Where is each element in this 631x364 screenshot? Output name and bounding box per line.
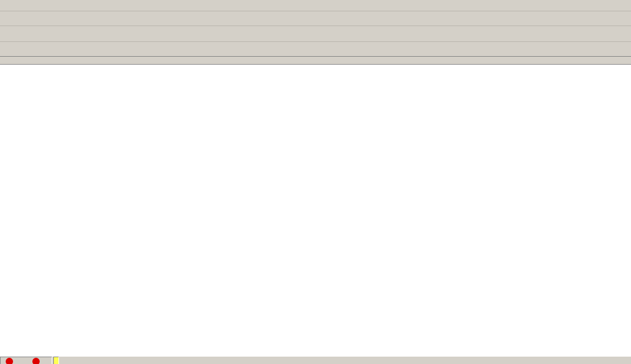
chart-area: [0, 65, 631, 356]
toolbar-drawing: [0, 42, 631, 57]
date-axis-row: [0, 57, 631, 65]
status-bar: [0, 356, 631, 364]
market-summary-cell[interactable]: [0, 357, 52, 364]
toolbar-tools: [0, 26, 631, 42]
ticker-divider: [53, 357, 59, 364]
shenzhen-badge: [32, 358, 40, 364]
chart-canvas[interactable]: [0, 65, 631, 356]
shanghai-badge: [6, 358, 13, 364]
toolbar-quotes: [0, 11, 631, 26]
app-window: [0, 0, 631, 364]
menu-bar: [0, 0, 631, 11]
